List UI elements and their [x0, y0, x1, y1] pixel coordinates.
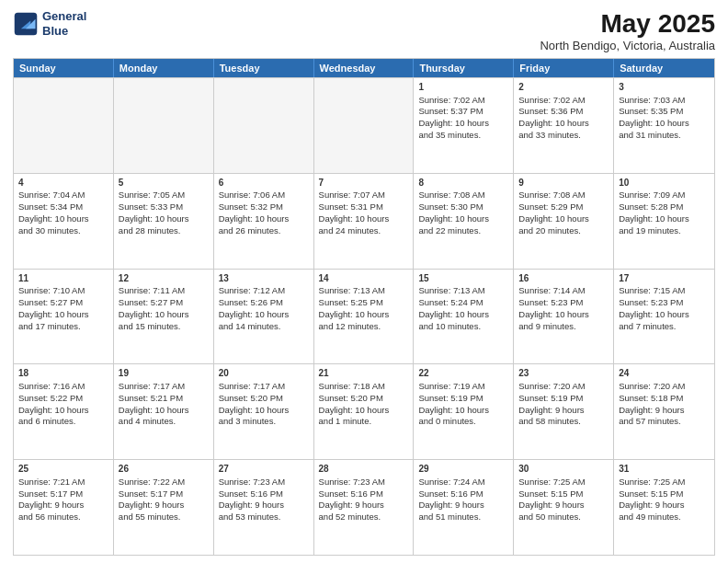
day-info-line: and 52 minutes. [319, 511, 409, 523]
day-number: 1 [418, 81, 508, 94]
cal-cell: 16Sunrise: 7:14 AMSunset: 5:23 PMDayligh… [514, 270, 614, 364]
day-number: 3 [619, 81, 710, 94]
day-info-line: Daylight: 9 hours [119, 500, 209, 511]
day-number: 19 [119, 367, 209, 380]
cal-cell: 28Sunrise: 7:23 AMSunset: 5:16 PMDayligh… [314, 460, 415, 555]
day-info-line: Daylight: 9 hours [219, 500, 309, 511]
day-info-line: Sunset: 5:21 PM [119, 393, 209, 405]
day-info-line: Sunset: 5:18 PM [619, 393, 710, 405]
cal-cell: 25Sunrise: 7:21 AMSunset: 5:17 PMDayligh… [14, 460, 114, 555]
day-info-line: Sunrise: 7:14 AM [518, 285, 609, 297]
day-info-line: and 49 minutes. [619, 511, 710, 523]
day-info-line: Sunset: 5:17 PM [119, 488, 209, 500]
day-info-line: Sunrise: 7:08 AM [518, 190, 609, 201]
day-info-line: Sunset: 5:30 PM [418, 201, 508, 213]
cal-cell: 21Sunrise: 7:18 AMSunset: 5:20 PMDayligh… [314, 364, 415, 459]
logo-line1: General [42, 9, 86, 24]
day-info-line: and 10 minutes. [418, 321, 508, 333]
day-info-line: Sunrise: 7:07 AM [319, 190, 409, 201]
logo-text: General Blue [42, 9, 86, 38]
day-info-line: Sunrise: 7:20 AM [619, 381, 710, 393]
day-number: 29 [418, 463, 508, 476]
cal-cell: 2Sunrise: 7:02 AMSunset: 5:36 PMDaylight… [514, 78, 614, 173]
day-info-line: Sunset: 5:15 PM [518, 488, 609, 500]
day-info-line: Sunset: 5:19 PM [418, 393, 508, 405]
cal-row-3: 18Sunrise: 7:16 AMSunset: 5:22 PMDayligh… [14, 363, 714, 459]
day-info-line: Sunrise: 7:15 AM [619, 285, 710, 297]
day-info-line: Sunrise: 7:23 AM [219, 477, 309, 488]
page: General Blue May 2025 North Bendigo, Vic… [0, 0, 728, 563]
cal-cell: 22Sunrise: 7:19 AMSunset: 5:19 PMDayligh… [414, 364, 514, 459]
header-cell-friday: Friday [514, 59, 614, 77]
day-number: 4 [18, 177, 108, 190]
day-info-line: Daylight: 10 hours [518, 309, 609, 321]
day-number: 22 [418, 367, 508, 380]
day-info-line: Sunset: 5:20 PM [319, 393, 409, 405]
day-info-line: Sunrise: 7:24 AM [418, 477, 508, 488]
day-number: 30 [518, 463, 609, 476]
day-info-line: and 1 minute. [319, 416, 409, 428]
day-info-line: and 57 minutes. [619, 416, 710, 428]
cal-cell: 8Sunrise: 7:08 AMSunset: 5:30 PMDaylight… [414, 174, 514, 269]
header-cell-sunday: Sunday [14, 59, 114, 77]
day-info-line: Daylight: 10 hours [518, 213, 609, 225]
day-number: 10 [619, 177, 710, 190]
day-info-line: Sunrise: 7:21 AM [18, 477, 108, 488]
day-info-line: Daylight: 10 hours [319, 213, 409, 225]
cal-row-0: 1Sunrise: 7:02 AMSunset: 5:37 PMDaylight… [14, 77, 714, 173]
day-info-line: Daylight: 10 hours [619, 213, 710, 225]
day-info-line: Sunset: 5:36 PM [518, 106, 609, 118]
day-number: 21 [319, 367, 409, 380]
day-info-line: Daylight: 10 hours [119, 309, 209, 321]
logo: General Blue [13, 9, 86, 38]
day-info-line: Daylight: 9 hours [619, 500, 710, 511]
day-info-line: and 17 minutes. [18, 321, 108, 333]
cal-cell: 6Sunrise: 7:06 AMSunset: 5:32 PMDaylight… [214, 174, 314, 269]
calendar-header: SundayMondayTuesdayWednesdayThursdayFrid… [14, 59, 714, 77]
day-info-line: and 28 minutes. [119, 225, 209, 237]
cal-cell: 17Sunrise: 7:15 AMSunset: 5:23 PMDayligh… [614, 270, 714, 364]
day-info-line: Sunrise: 7:03 AM [619, 95, 710, 107]
day-info-line: Sunrise: 7:20 AM [518, 381, 609, 393]
day-info-line: Sunset: 5:25 PM [319, 297, 409, 309]
day-info-line: Sunset: 5:29 PM [518, 201, 609, 213]
day-info-line: Sunset: 5:31 PM [319, 201, 409, 213]
cal-cell: 1Sunrise: 7:02 AMSunset: 5:37 PMDaylight… [414, 78, 514, 173]
cal-cell: 29Sunrise: 7:24 AMSunset: 5:16 PMDayligh… [414, 460, 514, 555]
day-info-line: Sunrise: 7:10 AM [18, 285, 108, 297]
day-info-line: Sunrise: 7:02 AM [418, 95, 508, 107]
day-info-line: Sunrise: 7:17 AM [219, 381, 309, 393]
cal-cell: 14Sunrise: 7:13 AMSunset: 5:25 PMDayligh… [314, 270, 415, 364]
day-info-line: Daylight: 10 hours [418, 118, 508, 130]
header-cell-thursday: Thursday [414, 59, 514, 77]
cal-cell: 9Sunrise: 7:08 AMSunset: 5:29 PMDaylight… [514, 174, 614, 269]
day-info-line: Sunset: 5:35 PM [619, 106, 710, 118]
cal-cell: 18Sunrise: 7:16 AMSunset: 5:22 PMDayligh… [14, 364, 114, 459]
day-number: 16 [518, 272, 609, 285]
cal-cell [314, 78, 415, 173]
day-info-line: Sunset: 5:26 PM [219, 297, 309, 309]
day-info-line: Daylight: 10 hours [319, 309, 409, 321]
day-info-line: Sunrise: 7:13 AM [319, 285, 409, 297]
header: General Blue May 2025 North Bendigo, Vic… [13, 9, 715, 52]
day-info-line: Sunset: 5:27 PM [119, 297, 209, 309]
day-number: 6 [219, 177, 309, 190]
cal-cell: 4Sunrise: 7:04 AMSunset: 5:34 PMDaylight… [14, 174, 114, 269]
cal-cell: 11Sunrise: 7:10 AMSunset: 5:27 PMDayligh… [14, 270, 114, 364]
title-block: May 2025 North Bendigo, Victoria, Austra… [540, 9, 715, 52]
day-info-line: and 6 minutes. [18, 416, 108, 428]
cal-cell: 15Sunrise: 7:13 AMSunset: 5:24 PMDayligh… [414, 270, 514, 364]
main-title: May 2025 [540, 9, 715, 39]
header-cell-monday: Monday [114, 59, 214, 77]
day-number: 31 [619, 463, 710, 476]
day-info-line: Sunrise: 7:19 AM [418, 381, 508, 393]
day-info-line: Sunrise: 7:25 AM [619, 477, 710, 488]
day-info-line: and 51 minutes. [418, 511, 508, 523]
day-info-line: Sunset: 5:37 PM [418, 106, 508, 118]
day-number: 26 [119, 463, 209, 476]
day-info-line: Sunrise: 7:17 AM [119, 381, 209, 393]
cal-cell: 24Sunrise: 7:20 AMSunset: 5:18 PMDayligh… [614, 364, 714, 459]
day-info-line: Sunset: 5:16 PM [219, 488, 309, 500]
day-info-line: Daylight: 10 hours [219, 405, 309, 417]
day-info-line: Daylight: 10 hours [18, 213, 108, 225]
